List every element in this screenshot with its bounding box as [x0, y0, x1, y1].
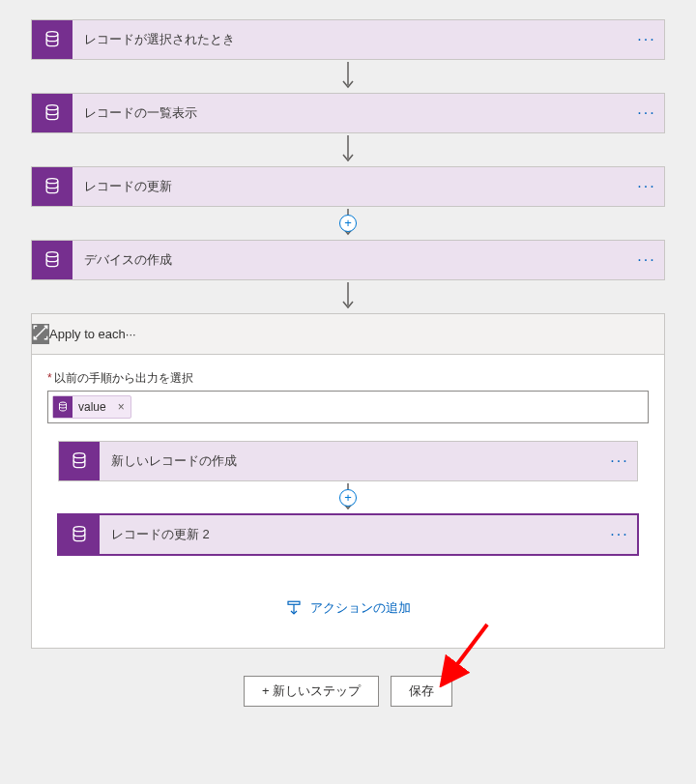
apply-to-each-title: Apply to each	[49, 327, 126, 341]
step-list-records[interactable]: レコードの一覧表示 ···	[31, 93, 665, 133]
step-more-menu[interactable]: ···	[629, 167, 664, 206]
step-more-menu[interactable]: ···	[629, 94, 664, 132]
apply-to-each-container: Apply to each ··· *以前の手順から出力を選択 value	[31, 313, 665, 649]
svg-point-11	[73, 527, 85, 532]
step-more-menu[interactable]: ···	[629, 241, 664, 279]
svg-point-2	[46, 105, 58, 110]
apply-to-each-header[interactable]: Apply to each ···	[32, 314, 664, 355]
connector-arrow-plus: +	[340, 481, 356, 514]
database-icon	[59, 442, 100, 480]
connector-arrow-plus: +	[340, 207, 356, 240]
step-more-menu[interactable]: ···	[602, 442, 637, 480]
step-create-new-record[interactable]: 新しいレコードの作成 ···	[58, 441, 638, 481]
svg-point-8	[60, 402, 67, 405]
svg-point-0	[46, 32, 58, 37]
loop-icon	[32, 324, 49, 344]
new-step-button[interactable]: + 新しいステップ	[244, 676, 379, 707]
step-more-menu[interactable]: ···	[126, 327, 136, 341]
token-remove-button[interactable]: ×	[112, 400, 130, 414]
database-icon	[53, 396, 72, 418]
connector-arrow	[340, 133, 356, 166]
step-record-selected[interactable]: レコードが選択されたとき ···	[31, 19, 665, 60]
value-token: value ×	[52, 395, 131, 419]
output-field-label: *以前の手順から出力を選択	[47, 370, 193, 387]
step-title: デバイスの作成	[72, 251, 629, 269]
step-more-menu[interactable]: ···	[629, 20, 664, 59]
connector-arrow	[340, 60, 356, 93]
database-icon	[32, 94, 72, 132]
insert-step-button[interactable]: +	[339, 489, 357, 507]
step-create-device[interactable]: デバイスの作成 ···	[31, 240, 665, 280]
database-icon	[32, 20, 72, 59]
database-icon	[32, 167, 72, 206]
add-action-button[interactable]: アクションの追加	[285, 599, 411, 617]
connector-arrow	[340, 280, 356, 313]
svg-point-6	[46, 252, 58, 257]
insert-step-button[interactable]: +	[339, 215, 357, 232]
step-title: レコードの更新 2	[100, 526, 602, 543]
database-icon	[32, 241, 72, 279]
step-update-record[interactable]: レコードの更新 ···	[31, 166, 665, 207]
token-label: value	[72, 400, 112, 414]
step-more-menu[interactable]: ···	[602, 515, 637, 554]
step-title: レコードの一覧表示	[72, 104, 629, 122]
step-title: 新しいレコードの作成	[100, 452, 602, 470]
database-icon	[59, 515, 100, 554]
svg-point-9	[73, 453, 85, 458]
step-title: レコードの更新	[72, 178, 629, 195]
add-action-label: アクションの追加	[310, 599, 411, 617]
svg-point-4	[46, 179, 58, 184]
save-button[interactable]: 保存	[391, 676, 452, 707]
step-title: レコードが選択されたとき	[72, 31, 629, 48]
select-output-input[interactable]: value ×	[47, 391, 649, 423]
svg-rect-12	[288, 601, 300, 604]
step-update-record-2[interactable]: レコードの更新 2 ···	[58, 514, 638, 555]
